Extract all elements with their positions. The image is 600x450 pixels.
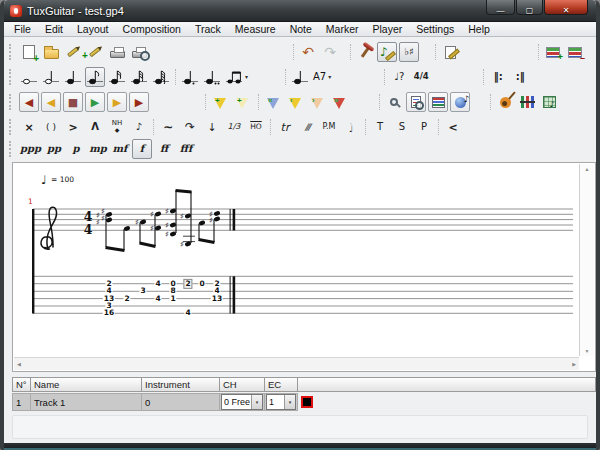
chord-editor-button[interactable] (355, 42, 375, 62)
tab-note[interactable]: 1 (169, 294, 176, 302)
toolbar-drag-handle[interactable] (9, 69, 13, 85)
trill-button[interactable]: tr (275, 117, 295, 137)
tremolo-picking-button[interactable]: /// (297, 117, 317, 137)
save-as-button[interactable] (85, 42, 105, 62)
note-entry-mode-button[interactable] (377, 42, 397, 62)
dead-note-button[interactable]: × (19, 117, 39, 137)
division-type-button[interactable]: ▾ (224, 67, 249, 87)
add-track-button[interactable] (543, 42, 563, 62)
track-instrument-cell[interactable]: 0 (141, 393, 220, 411)
menu-file[interactable]: File (7, 22, 38, 37)
tempo-button[interactable]: ♩? (389, 67, 409, 87)
menu-note[interactable]: Note (283, 22, 319, 37)
go-last-button[interactable]: ▶ (129, 92, 149, 112)
tab-note[interactable]: 13 (211, 294, 223, 302)
tremolo-bar-button[interactable]: ↓ (202, 117, 222, 137)
stop-button[interactable]: ■ (63, 92, 83, 112)
hammer-on-button[interactable]: HO (246, 117, 266, 137)
minimize-button[interactable]: — (486, 0, 515, 15)
horizontal-scrollbar[interactable]: ◀ ▶ (14, 357, 579, 370)
duration-quarter-button[interactable] (63, 67, 83, 87)
duration-half-button[interactable] (41, 67, 61, 87)
natural-harmonic-button[interactable]: NH◆ (107, 117, 127, 137)
menu-edit[interactable]: Edit (38, 22, 70, 37)
heavy-accentuated-note-button[interactable]: Λ (85, 117, 105, 137)
open-repeat-button[interactable]: ‖: (488, 67, 508, 87)
track-color-swatch[interactable] (301, 396, 313, 408)
time-signature-button[interactable]: 4/4 (411, 67, 431, 87)
vibrato-button[interactable]: ∼ (158, 117, 178, 137)
scroll-right-arrow-icon[interactable]: ▶ (572, 361, 576, 367)
palm-mute-button[interactable]: P.M (319, 117, 339, 137)
bend-button[interactable]: ↷ (180, 117, 200, 137)
dynamic-ppp-button[interactable]: ppp (19, 139, 42, 159)
duration-eighth-button[interactable] (85, 67, 105, 87)
vertical-scrollbar[interactable]: ▲ ▼ (579, 164, 594, 356)
close-button[interactable]: ✕ (544, 0, 588, 15)
track-name-cell[interactable]: Track 1 (30, 393, 142, 411)
tab-note[interactable]: 16 (103, 309, 115, 317)
next-marker-button[interactable] (307, 92, 327, 112)
go-first-button[interactable]: ◀ (19, 92, 39, 112)
go-previous-button[interactable]: ◀ (41, 92, 61, 112)
print-button[interactable] (107, 42, 127, 62)
add-marker-button[interactable] (210, 92, 230, 112)
dynamic-mp-button[interactable]: mp (88, 139, 108, 159)
song-properties-button[interactable] (440, 42, 460, 62)
show-fretboard-button[interactable] (495, 92, 515, 112)
redo-button[interactable]: ↷ (320, 42, 340, 62)
accidentals-button[interactable]: ♭♯ (399, 42, 419, 62)
accentuated-note-button[interactable]: > (63, 117, 83, 137)
toolbar-drag-handle[interactable] (9, 141, 13, 157)
dotted-note-button[interactable] (180, 67, 200, 87)
fade-in-button[interactable]: < (443, 117, 463, 137)
chord-selector-button[interactable]: A7▾ (312, 67, 332, 87)
menu-marker[interactable]: Marker (319, 22, 366, 37)
staccato-button[interactable]: ·♩ (341, 117, 361, 137)
previous-marker-button[interactable] (285, 92, 305, 112)
division-type-dropdown-icon[interactable]: ▾ (245, 73, 248, 80)
effect-channel-dropdown-icon[interactable]: ▾ (284, 395, 295, 409)
duration-thirty-second-button[interactable] (129, 67, 149, 87)
show-mixer-button[interactable] (517, 92, 537, 112)
tapping-button[interactable]: T (370, 117, 390, 137)
first-marker-button[interactable] (263, 92, 283, 112)
scroll-down-arrow-icon[interactable]: ▼ (580, 348, 594, 354)
channel-select[interactable]: 0 Free ▾ (221, 394, 263, 410)
duration-sixteenth-button[interactable] (107, 67, 127, 87)
tab-note[interactable]: 4 (184, 309, 191, 317)
maximize-button[interactable]: ▢ (516, 0, 543, 15)
multitrack-mode-button[interactable] (450, 92, 470, 112)
zoom-button[interactable] (384, 92, 404, 112)
menu-composition[interactable]: Composition (116, 22, 188, 37)
slapping-button[interactable]: S (392, 117, 412, 137)
edit-marker-button[interactable] (232, 92, 252, 112)
tab-note[interactable]: 4 (154, 280, 161, 288)
toolbar-drag-handle[interactable] (9, 94, 13, 110)
tab-note-selected[interactable]: 2 (183, 279, 192, 289)
double-dotted-note-button[interactable] (202, 67, 222, 87)
save-button[interactable] (63, 42, 83, 62)
dynamic-fff-button[interactable]: fff (176, 139, 196, 159)
effect-channel-select[interactable]: 1 ▾ (266, 394, 296, 410)
tab-note[interactable]: 2 (123, 294, 130, 302)
duration-sixty-fourth-button[interactable] (151, 67, 171, 87)
dynamic-pp-button[interactable]: pp (44, 139, 64, 159)
close-repeat-button[interactable]: :‖ (510, 67, 530, 87)
open-file-button[interactable] (41, 42, 61, 62)
go-next-button[interactable]: ▶ (107, 92, 127, 112)
dynamic-p-button[interactable]: p (66, 139, 86, 159)
new-song-button[interactable] (19, 42, 39, 62)
duration-whole-button[interactable] (19, 67, 39, 87)
tab-note[interactable]: 0 (198, 280, 205, 288)
show-matrix-button[interactable] (539, 92, 559, 112)
menu-player[interactable]: Player (366, 22, 410, 37)
track-number-cell[interactable]: 1 (12, 393, 31, 411)
remove-track-button[interactable] (565, 42, 585, 62)
scroll-left-arrow-icon[interactable]: ◀ (17, 361, 21, 367)
tab-note[interactable]: 4 (154, 294, 161, 302)
undo-button[interactable]: ↶ (298, 42, 318, 62)
title-bar[interactable]: TuxGuitar - test.gp4 — ▢ ✕ (4, 0, 596, 22)
page-layout-mode-button[interactable] (406, 92, 426, 112)
menu-measure[interactable]: Measure (228, 22, 283, 37)
